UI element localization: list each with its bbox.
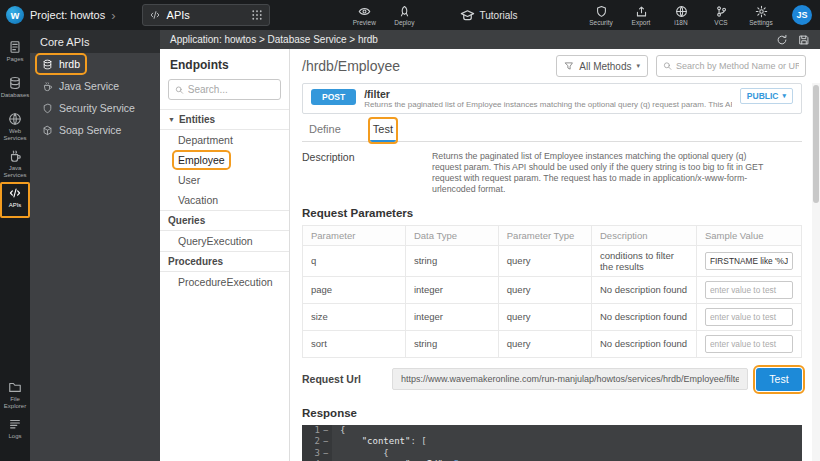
sidebar-item-logs[interactable]: Logs: [0, 413, 30, 449]
methods-filter-dropdown[interactable]: All Methods ▾: [556, 55, 648, 77]
filter-icon: [564, 61, 574, 71]
vertical-scrollbar[interactable]: [812, 83, 820, 461]
api-summary: Returns the paginated list of Employee i…: [364, 100, 732, 109]
sample-value-input-q[interactable]: [705, 252, 793, 270]
column-header-description: Description: [591, 225, 696, 245]
sidebar-item-file-explorer[interactable]: File Explorer: [0, 376, 30, 413]
sidebar-item-web-services[interactable]: Web Services: [0, 108, 30, 145]
export-button[interactable]: Export: [626, 5, 656, 26]
visibility-dropdown[interactable]: PUBLIC ▾: [740, 88, 793, 104]
api-endpoint-row[interactable]: POST /filter Returns the paginated list …: [302, 83, 802, 114]
service-label: Soap Service: [59, 124, 121, 136]
service-item-security-service[interactable]: Security Service: [30, 97, 160, 119]
left-rail: PagesDatabasesWeb ServicesJava ServicesA…: [0, 30, 30, 461]
shield-icon: [42, 103, 53, 114]
endpoint-label: User: [175, 173, 203, 187]
refresh-icon[interactable]: [776, 34, 788, 46]
workspace-switcher[interactable]: APIs: [142, 4, 270, 26]
endpoint-item-department[interactable]: Department: [160, 130, 289, 150]
param-description: conditions to filter the results: [591, 245, 696, 276]
deploy-button[interactable]: Deploy: [389, 5, 419, 26]
column-header-parameter: Parameter: [303, 225, 406, 245]
service-item-soap-service[interactable]: Soap Service: [30, 119, 160, 141]
param-name: page: [303, 276, 406, 303]
column-header-parameter-type: Parameter Type: [498, 225, 591, 245]
column-header-sample-value: Sample Value: [697, 225, 802, 245]
java-icon: [8, 149, 22, 163]
service-item-java-service[interactable]: Java Service: [30, 75, 160, 97]
endpoint-item-procedureexecution[interactable]: ProcedureExecution: [160, 272, 289, 292]
param-type: query: [498, 330, 591, 357]
api-search-input[interactable]: [676, 61, 799, 71]
tutorials-button[interactable]: Tutorials: [460, 8, 518, 23]
api-detail-pane: /hrdb/Employee All Methods ▾: [290, 49, 820, 461]
line-gutter: 3−: [302, 448, 332, 460]
security-button[interactable]: Security: [586, 5, 616, 26]
request-parameters-heading: Request Parameters: [302, 198, 802, 225]
vcs-button[interactable]: VCS: [706, 5, 736, 26]
breadcrumb: Application: howtos > Database Service >…: [170, 34, 378, 45]
section-header-entities[interactable]: ▼Entities: [160, 109, 289, 130]
endpoint-item-queryexecution[interactable]: QueryExecution: [160, 231, 289, 251]
logs-icon: [8, 417, 22, 431]
sidebar-item-apis[interactable]: APIs: [0, 182, 30, 218]
deploy-group: PreviewDeploy: [349, 5, 419, 26]
endpoint-item-user[interactable]: User: [160, 170, 289, 190]
api-search[interactable]: [656, 55, 806, 77]
caret-down-icon: ▾: [636, 62, 640, 70]
search-icon: [175, 85, 184, 95]
scrollbar-thumb[interactable]: [813, 85, 819, 203]
sidebar-item-databases[interactable]: Databases: [0, 72, 30, 108]
param-row-sort: sortstringqueryNo description found: [303, 330, 802, 357]
service-label: Security Service: [59, 102, 135, 114]
line-gutter: 2−: [302, 436, 332, 448]
section-label: Procedures: [168, 256, 223, 267]
param-data-type: integer: [405, 276, 498, 303]
param-type: query: [498, 276, 591, 303]
endpoints-search[interactable]: [168, 79, 281, 100]
sample-value-input-sort[interactable]: [705, 335, 793, 353]
tutorials-label: Tutorials: [480, 10, 518, 21]
section-header-procedures[interactable]: Procedures: [160, 251, 289, 272]
tab-test[interactable]: Test: [370, 119, 396, 142]
sidebar-item-java-services[interactable]: Java Services: [0, 145, 30, 182]
response-heading: Response: [302, 398, 802, 425]
param-name: sort: [303, 330, 406, 357]
sidebar-item-pages[interactable]: Pages: [0, 36, 30, 72]
code-line-1: 1−{: [302, 425, 802, 437]
export-icon: [635, 5, 648, 18]
param-description: No description found: [591, 330, 696, 357]
request-url-input[interactable]: [392, 368, 748, 390]
apis-icon: [8, 186, 22, 200]
endpoints-search-input[interactable]: [188, 84, 274, 95]
preview-button[interactable]: Preview: [349, 5, 379, 26]
graduation-cap-icon: [460, 8, 475, 23]
test-button[interactable]: Test: [756, 368, 802, 391]
fold-marker-icon: −: [323, 425, 329, 437]
save-icon[interactable]: [798, 34, 810, 46]
sample-value-input-size[interactable]: [705, 308, 793, 326]
endpoint-label: Department: [175, 133, 236, 147]
i18n-button[interactable]: i18N: [666, 5, 696, 26]
code-line-3: 3− {: [302, 448, 802, 460]
search-icon: [663, 61, 672, 71]
service-item-hrdb[interactable]: hrdb: [30, 53, 160, 75]
user-avatar[interactable]: JS: [792, 5, 812, 25]
response-editor[interactable]: 1−{2− "content": [3− {4 "empId": 5,5 "fi…: [302, 425, 802, 461]
endpoint-item-employee[interactable]: Employee: [160, 150, 289, 170]
request-parameters-table: ParameterData TypeParameter TypeDescript…: [302, 225, 802, 358]
grid-menu-icon[interactable]: [251, 9, 263, 21]
line-gutter: 1−: [302, 425, 332, 437]
services-panel-title: Core APIs: [30, 30, 160, 53]
param-row-size: sizeintegerqueryNo description found: [303, 303, 802, 330]
sample-value-input-page[interactable]: [705, 281, 793, 299]
endpoint-label: Employee: [175, 153, 228, 167]
wavemaker-logo-icon[interactable]: w: [6, 6, 24, 24]
post-method-badge: POST: [311, 89, 356, 105]
endpoint-item-vacation[interactable]: Vacation: [160, 190, 289, 210]
tab-define[interactable]: Define: [306, 119, 344, 141]
description-label: Description: [302, 151, 432, 195]
settings-button[interactable]: Settings: [746, 5, 776, 26]
endpoints-panel: Endpoints ▼EntitiesDepartmentEmployeeUse…: [160, 49, 290, 461]
section-header-queries[interactable]: Queries: [160, 210, 289, 231]
